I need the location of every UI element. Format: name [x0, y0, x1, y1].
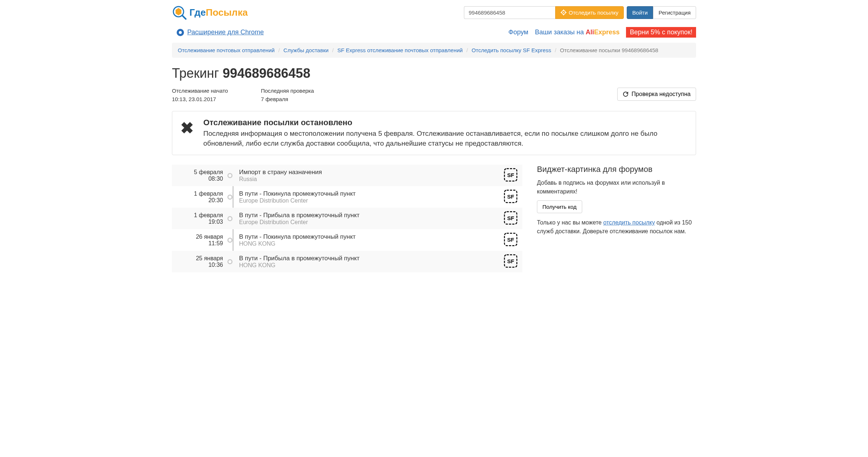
svg-text:SF: SF [507, 172, 514, 178]
event-body: В пути - Покинула промежуточный пунктEur… [239, 190, 503, 204]
widget-panel: Виджет-картинка для форумов Добавь в под… [537, 165, 696, 272]
widget-title: Виджет-картинка для форумов [537, 165, 696, 174]
widget-footer: Только у нас вы можете отследить посылку… [537, 218, 696, 236]
event-time: 08:30 [172, 176, 223, 182]
breadcrumb-item[interactable]: SF Express отслеживание почтовых отправл… [337, 47, 462, 53]
event-datetime: 26 января11:59 [172, 234, 227, 247]
event-status: В пути - Прибыла в промежуточный пункт [239, 212, 503, 219]
timeline-row: 26 января11:59В пути - Покинула промежут… [172, 229, 522, 251]
widget-desc: Добавь в подпись на форумах или использу… [537, 178, 696, 196]
svg-text:SF: SF [507, 237, 514, 243]
event-status: Импорт в страну назначения [239, 169, 503, 176]
event-time: 10:36 [172, 262, 223, 268]
chrome-extension-label: Расширение для Chrome [187, 28, 264, 36]
event-status: В пути - Покинула промежуточный пункт [239, 233, 503, 241]
event-date: 5 февраля [194, 169, 223, 175]
search-group: Отследить посылку [464, 6, 624, 19]
meta-row: Отслеживание начато 10:13, 23.01.2017 По… [172, 88, 696, 102]
alert-body: Последняя информация о местоположении по… [203, 129, 688, 148]
timeline-row: 25 января10:36В пути - Прибыла в промежу… [172, 251, 522, 272]
svg-text:SF: SF [507, 258, 514, 264]
event-datetime: 25 января10:36 [172, 255, 227, 268]
event-datetime: 1 февраля19:03 [172, 212, 227, 225]
track-button[interactable]: Отследить посылку [555, 6, 624, 19]
svg-point-10 [179, 31, 182, 34]
title-prefix: Трекинг [172, 66, 223, 81]
breadcrumb: Отслеживание почтовых отправлений/ Служб… [172, 43, 696, 58]
sf-express-icon: SF [503, 168, 518, 182]
timeline-dot [227, 238, 233, 243]
event-time: 19:03 [172, 219, 223, 225]
refresh-button-label: Проверка недоступна [631, 91, 691, 97]
svg-marker-2 [176, 8, 181, 15]
event-time: 11:59 [172, 240, 223, 247]
last-check-label: Последняя проверка [261, 88, 314, 94]
event-datetime: 5 февраля08:30 [172, 169, 227, 182]
ali-part1: Ali [585, 28, 594, 36]
logo[interactable]: ГдеПосылка [172, 5, 248, 20]
tracking-input[interactable] [464, 6, 555, 19]
target-icon [561, 9, 566, 15]
event-date: 25 января [196, 255, 223, 261]
tracking-stopped-alert: ✖ Отслеживание посылки остановлено После… [172, 111, 696, 155]
event-datetime: 1 февраля20:30 [172, 191, 227, 204]
last-check-value: 7 февраля [261, 96, 314, 102]
refresh-button[interactable]: Проверка недоступна [617, 88, 696, 101]
tracking-started-label: Отслеживание начато [172, 88, 228, 94]
register-button[interactable]: Регистрация [653, 6, 696, 19]
sf-express-icon: SF [503, 189, 518, 204]
event-location: Europe Distribution Center [239, 197, 503, 204]
page-title: Трекинг 994689686458 [172, 66, 696, 81]
event-status: В пути - Прибыла в промежуточный пункт [239, 255, 503, 262]
alert-title: Отслеживание посылки остановлено [203, 118, 688, 127]
timeline: 5 февраля08:30Импорт в страну назначения… [172, 165, 522, 272]
login-button[interactable]: Войти [627, 6, 653, 19]
chrome-extension-link[interactable]: Расширение для Chrome [176, 28, 264, 37]
timeline-dot [227, 173, 233, 178]
breadcrumb-item[interactable]: Службы доставки [284, 47, 329, 53]
timeline-dot [227, 195, 233, 200]
track-button-label: Отследить посылку [569, 9, 618, 16]
event-location: Europe Distribution Center [239, 219, 503, 226]
event-body: Импорт в страну назначенияRussia [239, 169, 503, 183]
title-tracking-number: 994689686458 [223, 66, 310, 81]
refresh-icon [623, 91, 629, 97]
subbar-right: Форум Ваши заказы на AliExpress Верни 5%… [508, 27, 696, 38]
ali-part2: Express [594, 28, 619, 36]
cashback-banner[interactable]: Верни 5% с покупок! [626, 27, 696, 38]
event-body: В пути - Прибыла в промежуточный пунктEu… [239, 212, 503, 226]
timeline-row: 1 февраля19:03В пути - Прибыла в промежу… [172, 208, 522, 229]
logo-text-1: Где [189, 7, 206, 18]
event-status: В пути - Покинула промежуточный пункт [239, 190, 503, 197]
timeline-dot [227, 259, 233, 264]
sf-express-icon: SF [503, 232, 518, 247]
timeline-row: 5 февраля08:30Импорт в страну назначения… [172, 165, 522, 186]
event-body: В пути - Покинула промежуточный пунктHON… [239, 233, 503, 247]
track-parcel-link[interactable]: отследить посылку [603, 219, 655, 226]
subbar: Расширение для Chrome Форум Ваши заказы … [172, 25, 696, 43]
tracking-started: Отслеживание начато 10:13, 23.01.2017 [172, 88, 228, 102]
logo-icon [172, 5, 187, 20]
auth-group: Войти Регистрация [627, 6, 696, 19]
event-date: 1 февраля [194, 191, 223, 197]
get-code-button[interactable]: Получить код [537, 200, 582, 213]
svg-line-1 [182, 15, 186, 19]
forum-link[interactable]: Форум [508, 28, 529, 36]
breadcrumb-item[interactable]: Отслеживание почтовых отправлений [178, 47, 274, 53]
svg-point-4 [563, 12, 564, 13]
logo-text-2: Посылка [206, 7, 248, 18]
chrome-icon [176, 28, 184, 37]
sf-express-icon: SF [503, 254, 518, 268]
topbar: ГдеПосылка Отследить посылку Войти Регис… [172, 0, 696, 25]
breadcrumb-item[interactable]: Отследить посылку SF Express [472, 47, 551, 53]
timeline-dot [227, 216, 233, 221]
event-location: HONG KONG [239, 262, 503, 269]
timeline-row: 1 февраля20:30В пути - Покинула промежут… [172, 186, 522, 208]
event-location: Russia [239, 176, 503, 183]
tracking-started-value: 10:13, 23.01.2017 [172, 96, 228, 102]
event-time: 20:30 [172, 197, 223, 204]
ali-prefix: Ваши заказы на [535, 28, 585, 36]
aliexpress-link[interactable]: Ваши заказы на AliExpress [535, 28, 619, 36]
sf-express-icon: SF [503, 211, 518, 225]
svg-text:SF: SF [507, 215, 514, 221]
